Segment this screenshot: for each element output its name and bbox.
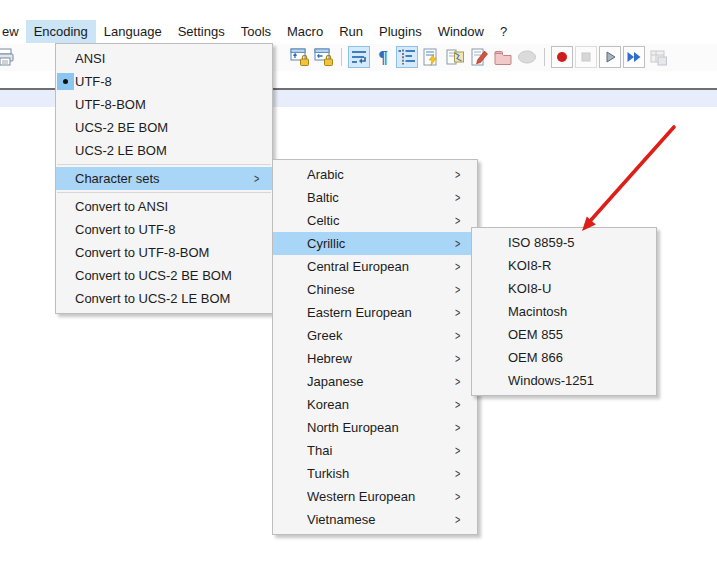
svg-text:¶: ¶ <box>378 48 388 67</box>
print-icon[interactable] <box>0 46 16 68</box>
menu-item-thai[interactable]: Thai> <box>273 439 477 462</box>
submenu-arrow-icon: > <box>455 191 467 205</box>
menubar-item-run[interactable]: Run <box>331 20 371 43</box>
menu-item-label: Celtic <box>307 213 453 228</box>
menu-item-label: Korean <box>307 397 453 412</box>
menu-item-label: Baltic <box>307 190 453 205</box>
menu-item-utf-8[interactable]: UTF-8 <box>56 70 272 93</box>
menu-item-convert-to-utf-8-bom[interactable]: Convert to UTF-8-BOM <box>56 241 272 264</box>
menu-item-koi8-u[interactable]: KOI8-U <box>472 277 656 300</box>
menu-gutter <box>56 241 75 264</box>
menubar-item-tools[interactable]: Tools <box>233 20 279 43</box>
playback-macro-icon[interactable] <box>599 46 621 68</box>
menu-item-korean[interactable]: Korean> <box>273 393 477 416</box>
submenu-arrow-icon: > <box>455 329 467 343</box>
menu-item-iso-8859-5[interactable]: ISO 8859-5 <box>472 231 656 254</box>
menu-item-label: Convert to UTF-8 <box>75 222 268 237</box>
submenu-arrow-icon: > <box>455 467 467 481</box>
menubar-item-plugins[interactable]: Plugins <box>371 20 430 43</box>
menu-item-windows-1251[interactable]: Windows-1251 <box>472 369 656 392</box>
checked-indicator <box>56 70 75 93</box>
menu-gutter <box>56 264 75 287</box>
sync-horizontal-scrolling-icon[interactable] <box>313 46 335 68</box>
menu-item-koi8-r[interactable]: KOI8-R <box>472 254 656 277</box>
menu-item-japanese[interactable]: Japanese> <box>273 370 477 393</box>
menubar-item-macro[interactable]: Macro <box>279 20 331 43</box>
menu-item-convert-to-ucs-2-le-bom[interactable]: Convert to UCS-2 LE BOM <box>56 287 272 310</box>
submenu-arrow-icon: > <box>455 214 467 228</box>
menu-item-greek[interactable]: Greek> <box>273 324 477 347</box>
function-list-icon[interactable] <box>468 46 490 68</box>
menu-item-label: ISO 8859-5 <box>508 235 648 250</box>
menu-separator <box>57 164 271 165</box>
menu-item-label: UTF-8-BOM <box>75 97 268 112</box>
menu-item-label: OEM 866 <box>508 350 648 365</box>
define-language-icon[interactable] <box>420 46 442 68</box>
monitoring-icon <box>516 46 538 68</box>
folder-as-workspace-icon[interactable] <box>492 46 514 68</box>
menu-item-convert-to-utf-8[interactable]: Convert to UTF-8 <box>56 218 272 241</box>
menu-bar: ewEncodingLanguageSettingsToolsMacroRunP… <box>0 19 717 43</box>
menubar-item-language[interactable]: Language <box>96 20 170 43</box>
menu-gutter <box>56 93 75 116</box>
menubar-item-ew[interactable]: ew <box>0 20 26 43</box>
submenu-arrow-icon: > <box>455 375 467 389</box>
menu-item-oem-866[interactable]: OEM 866 <box>472 346 656 369</box>
menu-item-convert-to-ucs-2-be-bom[interactable]: Convert to UCS-2 BE BOM <box>56 264 272 287</box>
menu-item-label: KOI8-R <box>508 258 648 273</box>
menu-item-macintosh[interactable]: Macintosh <box>472 300 656 323</box>
menu-item-vietnamese[interactable]: Vietnamese> <box>273 508 477 531</box>
menu-item-convert-to-ansi[interactable]: Convert to ANSI <box>56 195 272 218</box>
menu-item-label: Turkish <box>307 466 453 481</box>
menu-item-cyrillic[interactable]: Cyrillic> <box>273 232 477 255</box>
menu-gutter <box>56 195 75 218</box>
menu-item-label: Convert to UCS-2 BE BOM <box>75 268 268 283</box>
menu-item-hebrew[interactable]: Hebrew> <box>273 347 477 370</box>
word-wrap-icon[interactable] <box>348 46 370 68</box>
submenu-arrow-icon: > <box>455 260 467 274</box>
menu-gutter <box>56 218 75 241</box>
menu-item-western-european[interactable]: Western European> <box>273 485 477 508</box>
menu-item-label: Macintosh <box>508 304 648 319</box>
menubar-item-encoding[interactable]: Encoding <box>26 20 96 43</box>
menu-item-north-european[interactable]: North European> <box>273 416 477 439</box>
record-macro-icon[interactable] <box>551 46 573 68</box>
run-macro-multiple-times-icon[interactable] <box>623 46 645 68</box>
menu-item-label: UCS-2 BE BOM <box>75 120 268 135</box>
menu-item-baltic[interactable]: Baltic> <box>273 186 477 209</box>
menu-item-label: Cyrillic <box>307 236 453 251</box>
menu-item-utf-8-bom[interactable]: UTF-8-BOM <box>56 93 272 116</box>
menu-item-arabic[interactable]: Arabic> <box>273 163 477 186</box>
menu-item-ansi[interactable]: ANSI <box>56 47 272 70</box>
menu-item-character-sets[interactable]: Character sets> <box>56 167 272 190</box>
menu-item-ucs-2-le-bom[interactable]: UCS-2 LE BOM <box>56 139 272 162</box>
menu-item-label: Hebrew <box>307 351 453 366</box>
menu-item-ucs-2-be-bom[interactable]: UCS-2 BE BOM <box>56 116 272 139</box>
menu-item-label: Vietnamese <box>307 512 453 527</box>
submenu-arrow-icon: > <box>455 513 467 527</box>
show-indent-guide-icon[interactable] <box>396 46 418 68</box>
cyrillic-submenu: ISO 8859-5KOI8-RKOI8-UMacintoshOEM 855OE… <box>471 227 657 396</box>
menu-item-celtic[interactable]: Celtic> <box>273 209 477 232</box>
menu-item-oem-855[interactable]: OEM 855 <box>472 323 656 346</box>
submenu-arrow-icon: > <box>455 352 467 366</box>
menu-item-central-european[interactable]: Central European> <box>273 255 477 278</box>
submenu-arrow-icon: > <box>455 283 467 297</box>
menu-gutter <box>56 167 75 190</box>
sync-vertical-scrolling-icon[interactable] <box>289 46 311 68</box>
menubar-item-help[interactable]: ? <box>492 20 515 43</box>
menu-item-turkish[interactable]: Turkish> <box>273 462 477 485</box>
toolbar-separator <box>544 48 545 66</box>
menu-item-label: Japanese <box>307 374 453 389</box>
menu-item-chinese[interactable]: Chinese> <box>273 278 477 301</box>
menubar-item-settings[interactable]: Settings <box>170 20 233 43</box>
document-map-icon[interactable] <box>444 46 466 68</box>
encoding-menu: ANSIUTF-8UTF-8-BOMUCS-2 BE BOMUCS-2 LE B… <box>55 43 273 314</box>
menu-item-eastern-european[interactable]: Eastern European> <box>273 301 477 324</box>
menu-item-label: Western European <box>307 489 453 504</box>
menu-item-label: Central European <box>307 259 453 274</box>
menubar-item-window[interactable]: Window <box>430 20 492 43</box>
menu-item-label: KOI8-U <box>508 281 648 296</box>
show-all-characters-icon[interactable]: ¶ <box>372 46 394 68</box>
submenu-arrow-icon: > <box>455 444 467 458</box>
